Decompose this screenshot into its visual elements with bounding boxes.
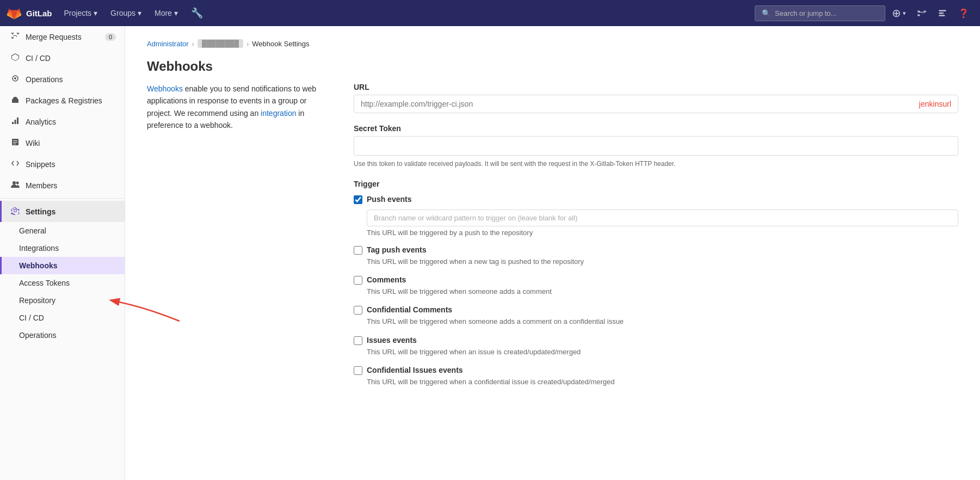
groups-menu[interactable]: Groups ▾ xyxy=(105,4,147,22)
sidebar-item-operations[interactable]: Operations xyxy=(0,69,125,90)
help-icon[interactable]: ❓ xyxy=(954,4,973,23)
svg-rect-0 xyxy=(939,10,946,11)
issues-events-item: Issues events This URL will be triggered… xyxy=(354,336,958,357)
svg-point-4 xyxy=(14,77,16,79)
svg-rect-7 xyxy=(15,120,16,124)
merge-requests-icon xyxy=(10,32,20,42)
svg-rect-1 xyxy=(939,13,944,14)
todo-icon[interactable] xyxy=(933,4,952,22)
sidebar-sub-repository[interactable]: Repository xyxy=(0,292,125,309)
url-label: URL xyxy=(354,83,958,91)
page-title: Webhooks xyxy=(147,59,958,74)
branch-filter-input[interactable] xyxy=(367,210,958,226)
svg-point-10 xyxy=(16,182,19,184)
confidential-issues-item: Confidential Issues events This URL will… xyxy=(354,366,958,387)
description-column: Webhooks enable you to send notification… xyxy=(147,83,332,398)
push-events-desc: This URL will be triggered by a push to … xyxy=(367,229,958,237)
analytics-icon xyxy=(10,116,20,127)
comments-item: Comments This URL will be triggered when… xyxy=(354,275,958,297)
operations-icon xyxy=(10,74,20,84)
sidebar-sub-cicd[interactable]: CI / CD xyxy=(0,309,125,327)
push-events-branch: This URL will be triggered by a push to … xyxy=(367,206,958,237)
url-value: jenkins​url xyxy=(919,100,958,108)
sidebar-item-snippets[interactable]: Snippets xyxy=(0,153,125,175)
page-description: Webhooks enable you to send notification… xyxy=(147,83,332,132)
new-button[interactable]: ⊕ ▾ xyxy=(887,2,910,24)
sidebar-sub-operations[interactable]: Operations xyxy=(0,327,125,344)
confidential-comments-checkbox[interactable] xyxy=(354,306,362,315)
top-navigation: GitLab Projects ▾ Groups ▾ More ▾ 🔧 🔍 Se… xyxy=(0,0,980,26)
push-events-row: Push events xyxy=(354,195,958,204)
tag-push-label: Tag push events xyxy=(367,245,426,254)
confidential-issues-checkbox[interactable] xyxy=(354,366,362,375)
more-menu[interactable]: More ▾ xyxy=(149,4,183,22)
url-input[interactable] xyxy=(354,95,919,113)
webhook-form: URL jenkins​url Secret Token jenkins​tok… xyxy=(354,83,958,398)
trigger-label: Trigger xyxy=(354,180,958,188)
tag-push-desc: This URL will be triggered when a new ta… xyxy=(367,257,958,267)
members-icon xyxy=(10,180,20,190)
url-field-group: URL jenkins​url xyxy=(354,83,958,113)
secret-token-field-group: Secret Token jenkins​token Use this toke… xyxy=(354,124,958,169)
trigger-group: Trigger Push events This URL will be tri… xyxy=(354,180,958,387)
comments-desc: This URL will be triggered when someone … xyxy=(367,287,958,297)
push-events-item: Push events This URL will be triggered b… xyxy=(354,195,958,237)
integration-link[interactable]: integration xyxy=(261,109,296,118)
secret-token-input[interactable]: jenkins​token xyxy=(354,136,958,156)
confidential-comments-item: Confidential Comments This URL will be t… xyxy=(354,305,958,327)
snippets-icon xyxy=(10,159,20,169)
issues-events-row: Issues events xyxy=(354,336,958,345)
svg-rect-8 xyxy=(17,118,19,124)
confidential-comments-row: Confidential Comments xyxy=(354,305,958,315)
search-bar[interactable]: 🔍 Search or jump to... xyxy=(755,5,885,21)
breadcrumb-admin[interactable]: Administrator xyxy=(147,40,189,48)
sidebar-item-merge-requests[interactable]: Merge Requests 0 xyxy=(0,26,125,47)
breadcrumb: Administrator › ████████ › Webhook Setti… xyxy=(147,39,958,48)
packages-icon xyxy=(10,95,20,106)
wrench-icon[interactable]: 🔧 xyxy=(186,3,208,23)
sidebar-sub-access-tokens[interactable]: Access Tokens xyxy=(0,274,125,292)
projects-menu[interactable]: Projects ▾ xyxy=(59,4,103,22)
svg-rect-2 xyxy=(939,15,945,16)
comments-checkbox[interactable] xyxy=(354,276,362,285)
issues-events-label: Issues events xyxy=(367,336,417,344)
sidebar: Merge Requests 0 CI / CD Operations Pack… xyxy=(0,26,125,480)
svg-rect-6 xyxy=(12,122,14,124)
search-icon: 🔍 xyxy=(762,9,771,17)
comments-row: Comments xyxy=(354,275,958,285)
sidebar-sub-general[interactable]: General xyxy=(0,222,125,239)
comments-label: Comments xyxy=(367,275,406,284)
webhooks-link[interactable]: Webhooks xyxy=(147,84,183,93)
sidebar-divider xyxy=(0,198,125,199)
tag-push-events-item: Tag push events This URL will be trigger… xyxy=(354,245,958,267)
url-input-wrapper: jenkins​url xyxy=(354,95,958,113)
confidential-comments-label: Confidential Comments xyxy=(367,305,452,314)
two-column-layout: Webhooks enable you to send notification… xyxy=(147,83,958,398)
push-events-label: Push events xyxy=(367,195,411,204)
sidebar-item-members[interactable]: Members xyxy=(0,175,125,196)
issues-events-checkbox[interactable] xyxy=(354,336,362,345)
app-layout: Merge Requests 0 CI / CD Operations Pack… xyxy=(0,26,980,480)
gitlab-logo[interactable]: GitLab xyxy=(7,5,52,21)
secret-token-help: Use this token to validate received payl… xyxy=(354,159,958,169)
merge-requests-icon[interactable] xyxy=(913,4,931,22)
tag-push-checkbox[interactable] xyxy=(354,246,362,255)
sidebar-sub-webhooks[interactable]: Webhooks xyxy=(0,257,125,274)
sidebar-item-analytics[interactable]: Analytics xyxy=(0,111,125,132)
settings-icon xyxy=(10,206,20,217)
confidential-issues-desc: This URL will be triggered when a confid… xyxy=(367,377,958,387)
breadcrumb-project[interactable]: ████████ xyxy=(198,39,243,48)
issues-events-desc: This URL will be triggered when an issue… xyxy=(367,347,958,357)
wiki-icon xyxy=(10,138,20,148)
push-events-checkbox[interactable] xyxy=(354,195,362,204)
sidebar-item-packages[interactable]: Packages & Registries xyxy=(0,90,125,111)
confidential-issues-row: Confidential Issues events xyxy=(354,366,958,375)
tag-push-row: Tag push events xyxy=(354,245,958,255)
sidebar-sub-integrations[interactable]: Integrations xyxy=(0,239,125,257)
confidential-issues-label: Confidential Issues events xyxy=(367,366,463,374)
sidebar-item-settings[interactable]: Settings xyxy=(0,201,125,222)
sidebar-item-ci-cd[interactable]: CI / CD xyxy=(0,47,125,69)
cicd-icon xyxy=(10,53,20,63)
svg-rect-5 xyxy=(12,100,19,103)
sidebar-item-wiki[interactable]: Wiki xyxy=(0,132,125,153)
